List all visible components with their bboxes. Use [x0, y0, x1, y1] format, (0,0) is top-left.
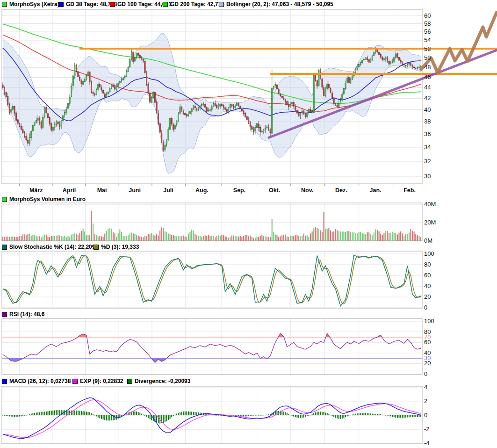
svg-text:0M: 0M: [424, 237, 432, 244]
x-axis-month-label: Jan.: [370, 187, 382, 194]
svg-text:20M: 20M: [424, 219, 436, 226]
x-axis-month-label: April: [63, 187, 76, 194]
stochastic-chart: 020406080100: [2, 250, 434, 311]
chart-page: MorphoSys (Xetra) GD 38 Tage: 48,728 GD …: [0, 0, 497, 448]
svg-text:38: 38: [424, 118, 431, 125]
svg-text:2: 2: [424, 397, 427, 405]
bollinger-band: [3, 24, 421, 173]
x-axis-month-label: Dez.: [335, 187, 347, 194]
svg-text:4: 4: [424, 383, 427, 390]
svg-text:80: 80: [424, 261, 431, 268]
svg-text:44: 44: [424, 84, 431, 91]
svg-text:0: 0: [424, 304, 427, 311]
price-axis-labels: 30323436384042444648505254565860: [424, 12, 431, 180]
svg-text:42: 42: [424, 94, 431, 101]
svg-text:40: 40: [424, 106, 431, 113]
svg-text:58: 58: [424, 20, 431, 27]
svg-text:60: 60: [424, 272, 431, 279]
svg-text:40: 40: [424, 282, 431, 289]
x-axis-month-label: Mai: [97, 187, 107, 194]
svg-text:0: 0: [424, 370, 427, 377]
x-axis-month-label: Juli: [163, 187, 173, 194]
svg-text:48: 48: [424, 64, 431, 71]
svg-text:100: 100: [424, 250, 434, 257]
svg-text:54: 54: [424, 36, 431, 43]
svg-text:100: 100: [424, 318, 434, 325]
svg-text:30: 30: [424, 173, 431, 180]
svg-text:34: 34: [424, 144, 431, 151]
svg-text:-2: -2: [424, 426, 430, 433]
x-axis-month-label: März: [29, 187, 43, 194]
x-axis-month-label: Nov.: [301, 187, 313, 194]
svg-text:70: 70: [424, 333, 431, 340]
svg-text:56: 56: [424, 28, 431, 35]
svg-text:32: 32: [424, 158, 431, 165]
rsi-chart: 0204060801007030: [2, 318, 434, 377]
x-axis-month-label: Juni: [129, 187, 141, 194]
price-chart: [2, 9, 422, 184]
x-axis-month-label: Sep.: [233, 187, 245, 194]
x-axis: MärzAprilMaiJuniJuliAug.Sep.Okt.Nov.Dez.…: [20, 184, 416, 194]
x-axis-month-label: Feb.: [403, 187, 416, 194]
svg-text:30: 30: [424, 354, 431, 361]
svg-text:0: 0: [424, 412, 427, 419]
chart-canvas: 30323436384042444648505254565860MärzApri…: [0, 0, 497, 448]
svg-text:36: 36: [424, 130, 431, 137]
svg-text:20: 20: [424, 293, 431, 300]
x-axis-month-label: Okt.: [269, 187, 280, 194]
svg-text:-4: -4: [424, 440, 430, 447]
macd-exp-line: [3, 400, 421, 438]
macd-chart: -4-2024: [2, 383, 430, 447]
svg-text:50: 50: [424, 54, 431, 61]
macd-line: [3, 397, 421, 438]
svg-text:46: 46: [424, 73, 431, 80]
svg-text:60: 60: [424, 12, 431, 19]
x-axis-month-label: Aug.: [195, 187, 209, 194]
stoch-k-line: [3, 255, 421, 306]
svg-text:52: 52: [424, 45, 431, 52]
volume-chart: 40M20M0M: [2, 201, 436, 244]
svg-text:40M: 40M: [424, 201, 436, 208]
